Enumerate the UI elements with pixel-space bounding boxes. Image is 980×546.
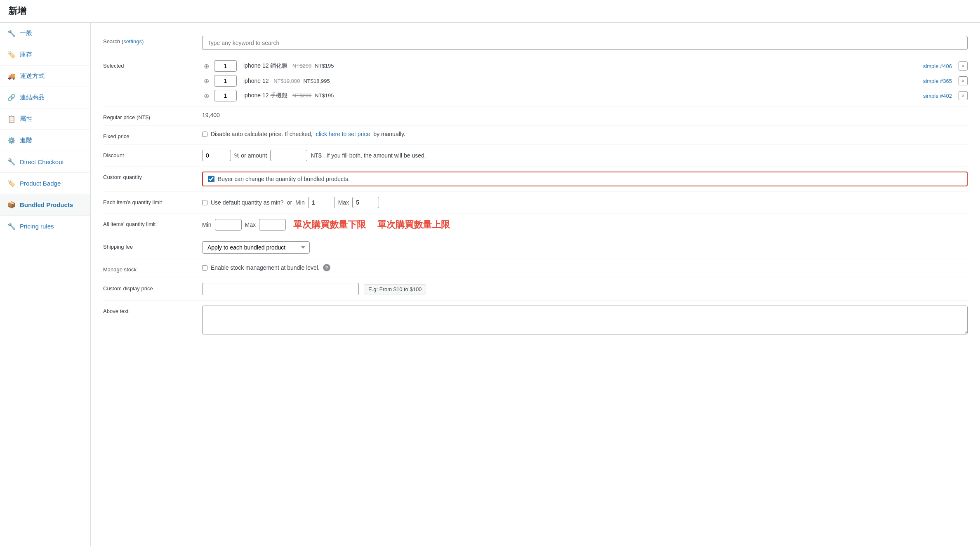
selected-items-list: ⊕ iphone 12 鋼化膜 NT$200 NT$195 simple #40… xyxy=(202,60,968,101)
sidebar-item-bundled-products[interactable]: 📦Bundled Products xyxy=(0,194,90,216)
manage-stock-text: Enable stock management at bundle level. xyxy=(211,264,320,271)
sidebar-label-direct-checkout: Direct Checkout xyxy=(20,158,64,165)
regular-price-label: Regular price (NT$) xyxy=(103,112,194,120)
fixed-price-row: Fixed price Disable auto calculate price… xyxy=(103,126,968,145)
page-title: 新增 xyxy=(0,0,980,23)
sidebar-label-inventory: 庫存 xyxy=(20,51,32,59)
regular-price-row: Regular price (NT$) 19,400 xyxy=(103,107,968,126)
search-input[interactable] xyxy=(202,36,968,50)
settings-link[interactable]: settings xyxy=(123,38,142,45)
item-price-new-2: NT$195 xyxy=(315,92,334,99)
content-area: 🔧一般🏷️庫存🚚運送方式🔗連結商品📋屬性⚙️進階🔧Direct Checkout… xyxy=(0,23,980,546)
sidebar-label-attributes: 屬性 xyxy=(20,115,32,123)
sidebar-item-direct-checkout[interactable]: 🔧Direct Checkout xyxy=(0,151,90,173)
or-text: or xyxy=(287,199,292,206)
all-items-min-input[interactable] xyxy=(215,219,242,231)
qty-input-0[interactable] xyxy=(214,60,237,72)
fixed-price-text: Disable auto calculate price. If checked… xyxy=(211,131,313,137)
sidebar-icon-pricing-rules: 🔧 xyxy=(7,222,16,230)
sidebar-item-pricing-rules[interactable]: 🔧Pricing rules xyxy=(0,216,90,237)
sidebar-label-linked: 連結商品 xyxy=(20,94,45,101)
search-label: Search (settings) xyxy=(103,36,194,45)
fixed-price-checkbox[interactable] xyxy=(202,132,207,137)
custom-display-price-input[interactable] xyxy=(202,283,359,295)
manage-stock-row: Manage stock Enable stock management at … xyxy=(103,259,968,278)
qty-annotation: 單次購買數量下限 單次購買數量上限 xyxy=(293,219,450,231)
selected-control: ⊕ iphone 12 鋼化膜 NT$200 NT$195 simple #40… xyxy=(202,60,968,101)
sidebar-item-shipping[interactable]: 🚚運送方式 xyxy=(0,66,90,87)
search-control xyxy=(202,36,968,50)
above-text-label: Above text xyxy=(103,306,194,314)
discount-label: Discount xyxy=(103,150,194,158)
custom-qty-label: Custom quantity xyxy=(103,172,194,180)
drag-handle-1[interactable]: ⊕ xyxy=(202,75,211,87)
sidebar-item-product-badge[interactable]: 🏷️Product Badge xyxy=(0,173,90,194)
shipping-fee-label: Shipping fee xyxy=(103,241,194,250)
item-price-old-0: NT$200 xyxy=(292,63,311,69)
sidebar-item-linked[interactable]: 🔗連結商品 xyxy=(0,87,90,108)
manage-stock-label: Manage stock xyxy=(103,264,194,273)
page-wrapper: 新增 🔧一般🏷️庫存🚚運送方式🔗連結商品📋屬性⚙️進階🔧Direct Check… xyxy=(0,0,980,546)
shipping-fee-select[interactable]: Apply to each bundled productApply once … xyxy=(202,241,310,254)
custom-display-price-row: Custom display price E.g: From $10 to $1… xyxy=(103,278,968,301)
discount-amount-input[interactable] xyxy=(270,150,307,161)
help-icon[interactable]: ? xyxy=(323,264,330,271)
sidebar-label-general: 一般 xyxy=(20,29,32,37)
each-item-qty-limit-control: Use default quantity as min? or Min Max xyxy=(202,197,968,208)
use-default-qty-checkbox[interactable] xyxy=(202,200,207,205)
item-link-1[interactable]: simple #365 xyxy=(923,78,952,84)
discount-percent-input[interactable] xyxy=(202,150,231,161)
sidebar-label-shipping: 運送方式 xyxy=(20,72,45,80)
discount-row: Discount % or amount NT$ . If you fill b… xyxy=(103,145,968,167)
manage-stock-inner: Enable stock management at bundle level.… xyxy=(202,264,968,271)
above-text-control xyxy=(202,306,968,336)
sidebar-item-inventory[interactable]: 🏷️庫存 xyxy=(0,44,90,66)
max-label: Max xyxy=(338,199,349,206)
shipping-fee-row: Shipping fee Apply to each bundled produ… xyxy=(103,236,968,259)
sidebar-item-general[interactable]: 🔧一般 xyxy=(0,23,90,44)
fixed-price-control: Disable auto calculate price. If checked… xyxy=(202,131,968,137)
min-label: Min xyxy=(295,199,305,206)
sidebar: 🔧一般🏷️庫存🚚運送方式🔗連結商品📋屬性⚙️進階🔧Direct Checkout… xyxy=(0,23,91,546)
sidebar-icon-linked: 🔗 xyxy=(7,94,16,101)
sidebar-icon-product-badge: 🏷️ xyxy=(7,179,16,187)
all-items-qty-limit-row: All items' quantity limit Min Max 單次購買數量… xyxy=(103,214,968,236)
drag-handle-0[interactable]: ⊕ xyxy=(202,61,211,72)
item-price-new-0: NT$195 xyxy=(315,63,334,69)
item-remove-2[interactable]: × xyxy=(959,91,968,100)
qty-input-1[interactable] xyxy=(214,75,237,87)
all-items-max-input[interactable] xyxy=(259,219,286,231)
item-price-new-1: NT$18,995 xyxy=(303,78,330,84)
custom-qty-checkbox[interactable] xyxy=(208,176,214,182)
item-link-2[interactable]: simple #402 xyxy=(923,93,952,99)
item-remove-0[interactable]: × xyxy=(959,61,968,71)
main-content: Search (settings) Selected ⊕ iphone 12 鋼… xyxy=(91,23,980,546)
each-item-qty-limit-inner: Use default quantity as min? or Min Max xyxy=(202,197,968,208)
sidebar-icon-direct-checkout: 🔧 xyxy=(7,158,16,166)
discount-inner: % or amount NT$ . If you fill both, the … xyxy=(202,150,968,161)
custom-qty-row: Custom quantity Buyer can change the qua… xyxy=(103,167,968,192)
price-hint: E.g: From $10 to $100 xyxy=(364,284,426,294)
item-price-old-2: NT$200 xyxy=(292,92,311,99)
sidebar-item-advanced[interactable]: ⚙️進階 xyxy=(0,130,90,151)
each-item-min-input[interactable] xyxy=(308,197,335,208)
fixed-price-inner: Disable auto calculate price. If checked… xyxy=(202,131,968,137)
custom-display-price-control: E.g: From $10 to $100 xyxy=(202,283,968,295)
regular-price-control: 19,400 xyxy=(202,112,968,118)
item-price-old-1: NT$19,000 xyxy=(273,78,300,84)
search-row: Search (settings) xyxy=(103,31,968,55)
set-price-link[interactable]: click here to set price xyxy=(316,131,370,137)
fixed-price-label: Fixed price xyxy=(103,131,194,139)
each-item-qty-limit-row: Each item's quantity limit Use default q… xyxy=(103,192,968,214)
sidebar-item-attributes[interactable]: 📋屬性 xyxy=(0,108,90,130)
each-item-max-input[interactable] xyxy=(352,197,379,208)
sidebar-icon-inventory: 🏷️ xyxy=(7,51,16,59)
qty-input-2[interactable] xyxy=(214,90,237,101)
selected-item-1: ⊕ iphone 12 NT$19,000 NT$18,995 simple #… xyxy=(202,75,968,87)
item-link-0[interactable]: simple #406 xyxy=(923,63,952,69)
drag-handle-2[interactable]: ⊕ xyxy=(202,90,211,101)
item-remove-1[interactable]: × xyxy=(959,76,968,85)
above-text-textarea[interactable] xyxy=(202,306,968,334)
sidebar-label-bundled-products: Bundled Products xyxy=(20,201,73,208)
manage-stock-checkbox[interactable] xyxy=(202,265,207,271)
